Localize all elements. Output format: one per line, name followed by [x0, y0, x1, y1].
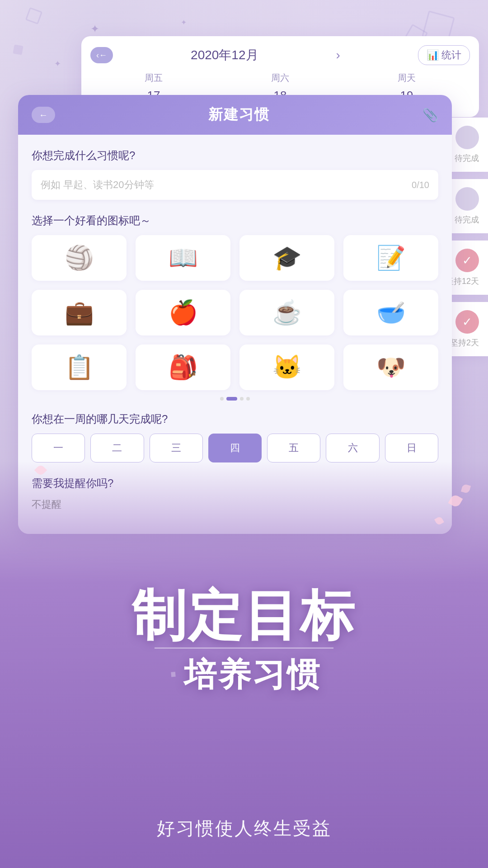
habit-check-circle: ✓ [455, 249, 479, 272]
week-label: 周五 [136, 72, 172, 84]
section-label-2: 选择一个好看的图标吧～ [32, 213, 438, 228]
icon-option-cat[interactable]: 🐱 [239, 344, 334, 390]
habit-circle [455, 126, 479, 149]
section-label-1: 你想完成什么习惯呢? [32, 148, 438, 163]
slash-decoration: · [164, 645, 182, 698]
icon-option-ball[interactable]: 🏐 [32, 235, 127, 281]
week-label: 周六 [262, 72, 298, 84]
icon-option-bowl[interactable]: 🥣 [343, 290, 438, 335]
week-row: 周五 周六 周天 [90, 72, 470, 84]
icon-grid: 🏐 📖 🎓 📝 💼 🍎 ☕ 🥣 📋 🎒 🐱 🐶 [32, 235, 438, 390]
stats-button[interactable]: 📊 统计 [418, 45, 470, 65]
scroll-dot [220, 397, 224, 401]
icon-option-graduation[interactable]: 🎓 [239, 235, 334, 281]
tagline: 好习惯使人终生受益 [157, 816, 332, 841]
icon-option-notepad[interactable]: 📝 [343, 235, 438, 281]
habit-status: 待完成 [455, 214, 479, 225]
habit-name-input[interactable]: 例如 早起、读书20分钟等 0/10 [32, 170, 438, 200]
icon-option-book[interactable]: 📖 [136, 235, 230, 281]
days-row: 一 二 三 四 五 六 日 [32, 434, 438, 462]
icon-option-medical[interactable]: 📋 [32, 344, 127, 390]
day-sunday[interactable]: 日 [385, 434, 438, 462]
icon-option-coffee[interactable]: ☕ [239, 290, 334, 335]
scroll-dot-active [226, 397, 237, 401]
icon-option-backpack[interactable]: 🎒 [136, 344, 230, 390]
card-title: 新建习惯 [55, 105, 422, 125]
day-monday[interactable]: 一 [32, 434, 85, 462]
card-header: ← 新建习惯 📎 [18, 95, 452, 135]
day-wednesday[interactable]: 三 [150, 434, 203, 462]
section-label-3: 你想在一周的哪几天完成呢? [32, 412, 438, 426]
back-button[interactable]: ← [32, 107, 55, 123]
habit-check-circle: ✓ [455, 310, 479, 334]
scroll-dot [246, 397, 250, 401]
headline-line2: 培养习惯 [184, 653, 321, 697]
month-title: 2020年12月 [191, 47, 258, 64]
input-count: 0/10 [412, 180, 429, 190]
week-label: 周天 [389, 72, 425, 84]
headline-line1: 制定目标 [132, 585, 356, 645]
stats-icon: 📊 [427, 49, 439, 61]
calendar-prev-btn[interactable]: ‹← [90, 47, 113, 63]
input-placeholder: 例如 早起、读书20分钟等 [41, 178, 154, 192]
clip-icon: 📎 [422, 108, 438, 123]
day-thursday[interactable]: 四 [208, 434, 262, 462]
day-friday[interactable]: 五 [267, 434, 320, 462]
scroll-indicator [32, 397, 438, 401]
icon-option-apple[interactable]: 🍎 [136, 290, 230, 335]
day-tuesday[interactable]: 二 [90, 434, 144, 462]
habit-status: 待完成 [455, 153, 479, 164]
day-saturday[interactable]: 六 [326, 434, 379, 462]
icon-option-dog[interactable]: 🐶 [343, 344, 438, 390]
icon-option-briefcase[interactable]: 💼 [32, 290, 127, 335]
days-section: 你想在一周的哪几天完成呢? 一 二 三 四 五 六 日 [32, 412, 438, 462]
calendar-header: ‹← 2020年12月 › 📊 统计 [90, 45, 470, 65]
habit-circle [455, 187, 479, 211]
bottom-section: 制定目标 · 培养习惯 好习惯使人终生受益 [0, 461, 488, 868]
scroll-dot [240, 397, 244, 401]
calendar-next-icon[interactable]: › [336, 48, 340, 62]
headline-container: 制定目标 · 培养习惯 [105, 461, 383, 812]
